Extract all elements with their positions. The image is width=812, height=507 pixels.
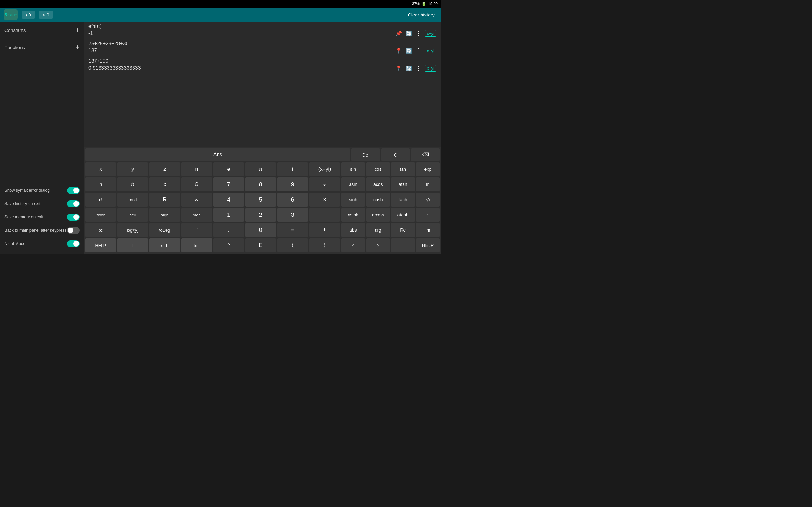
- key-button[interactable]: ÷: [309, 177, 340, 191]
- add-function-button[interactable]: +: [75, 44, 80, 51]
- key-button[interactable]: arg: [366, 223, 390, 237]
- key-button[interactable]: °: [182, 223, 212, 237]
- reuse-button[interactable]: 🔄: [405, 65, 413, 72]
- key-button[interactable]: triΓ: [182, 238, 212, 252]
- key-button[interactable]: ln: [416, 177, 440, 191]
- setting-toggle[interactable]: [67, 200, 80, 207]
- key-button[interactable]: ): [309, 238, 340, 252]
- reuse-button[interactable]: 🔄: [405, 30, 413, 37]
- add-constant-button[interactable]: +: [75, 26, 80, 34]
- c-button[interactable]: C: [381, 148, 410, 161]
- key-button[interactable]: exp: [416, 162, 440, 176]
- key-button[interactable]: 3: [277, 208, 308, 222]
- key-button[interactable]: HELP: [85, 238, 116, 252]
- key-button[interactable]: c: [149, 177, 180, 191]
- key-button[interactable]: e: [213, 162, 244, 176]
- input-area[interactable]: [84, 135, 441, 147]
- key-button[interactable]: tanh: [391, 193, 415, 207]
- key-button[interactable]: Im: [416, 223, 440, 237]
- key-button[interactable]: .: [213, 223, 244, 237]
- reuse-button[interactable]: 🔄: [405, 47, 413, 55]
- key-button[interactable]: ×: [309, 193, 340, 207]
- pin-button[interactable]: 📍: [395, 65, 403, 72]
- key-button[interactable]: i: [277, 162, 308, 176]
- key-button[interactable]: E: [245, 238, 276, 252]
- key-button[interactable]: +: [309, 223, 340, 237]
- toolbar-btn2[interactable]: > 0: [39, 11, 53, 19]
- key-button[interactable]: 2: [245, 208, 276, 222]
- key-button[interactable]: floor: [85, 208, 116, 222]
- key-button[interactable]: sinh: [341, 193, 365, 207]
- key-button[interactable]: abs: [341, 223, 365, 237]
- key-button[interactable]: n√x: [416, 193, 440, 207]
- key-button[interactable]: <: [341, 238, 365, 252]
- pin-button[interactable]: 📌: [395, 30, 403, 37]
- key-button[interactable]: 6: [277, 193, 308, 207]
- app-logo: 5+ e·π: [4, 9, 18, 20]
- key-button[interactable]: sign: [149, 208, 180, 222]
- key-button[interactable]: HELP: [416, 238, 440, 252]
- key-button[interactable]: 1: [213, 208, 244, 222]
- key-button[interactable]: z: [149, 162, 180, 176]
- key-button[interactable]: Γ: [117, 238, 148, 252]
- key-button[interactable]: dirΓ: [149, 238, 180, 252]
- complex-btn[interactable]: x+yi: [425, 48, 437, 54]
- key-button[interactable]: toDeg: [149, 223, 180, 237]
- key-button[interactable]: G: [182, 177, 212, 191]
- pin-button[interactable]: 📍: [395, 47, 403, 55]
- key-button[interactable]: mod: [182, 208, 212, 222]
- key-button[interactable]: x: [85, 162, 116, 176]
- key-button[interactable]: ∞: [182, 193, 212, 207]
- key-button[interactable]: atan: [391, 177, 415, 191]
- key-button[interactable]: Re: [391, 223, 415, 237]
- key-button[interactable]: acos: [366, 177, 390, 191]
- del-button[interactable]: Del: [351, 148, 380, 161]
- key-button[interactable]: π: [245, 162, 276, 176]
- key-button[interactable]: h: [85, 177, 116, 191]
- key-button[interactable]: bc: [85, 223, 116, 237]
- key-button[interactable]: logx(y): [117, 223, 148, 237]
- key-button[interactable]: ceil: [117, 208, 148, 222]
- more-button[interactable]: ⋮: [415, 64, 422, 72]
- key-button[interactable]: 4: [213, 193, 244, 207]
- key-button[interactable]: *: [416, 208, 440, 222]
- key-button[interactable]: asin: [341, 177, 365, 191]
- key-button[interactable]: 7: [213, 177, 244, 191]
- key-button[interactable]: sin: [341, 162, 365, 176]
- key-button[interactable]: rand: [117, 193, 148, 207]
- key-button[interactable]: R: [149, 193, 180, 207]
- complex-btn[interactable]: x+yi: [425, 30, 437, 37]
- key-button[interactable]: n!: [85, 193, 116, 207]
- setting-toggle[interactable]: [67, 227, 80, 234]
- key-button[interactable]: tan: [391, 162, 415, 176]
- setting-toggle[interactable]: [67, 240, 80, 247]
- toolbar-btn1[interactable]: ) 0: [21, 11, 35, 19]
- setting-toggle[interactable]: [67, 214, 80, 221]
- key-button[interactable]: 5: [245, 193, 276, 207]
- key-button[interactable]: n: [182, 162, 212, 176]
- key-button[interactable]: cos: [366, 162, 390, 176]
- key-button[interactable]: (: [277, 238, 308, 252]
- key-button[interactable]: 8: [245, 177, 276, 191]
- key-button[interactable]: ℏ: [117, 177, 148, 191]
- complex-btn[interactable]: x+yi: [425, 65, 437, 72]
- key-button[interactable]: 9: [277, 177, 308, 191]
- key-button[interactable]: -: [309, 208, 340, 222]
- more-button[interactable]: ⋮: [415, 47, 422, 55]
- key-button[interactable]: y: [117, 162, 148, 176]
- key-button[interactable]: 0: [245, 223, 276, 237]
- key-button[interactable]: acosh: [366, 208, 390, 222]
- key-button[interactable]: atanh: [391, 208, 415, 222]
- key-button[interactable]: ,: [391, 238, 415, 252]
- backspace-button[interactable]: ⌫: [411, 148, 440, 161]
- clear-history-button[interactable]: Clear history: [405, 11, 437, 19]
- key-button[interactable]: asinh: [341, 208, 365, 222]
- setting-toggle[interactable]: [67, 187, 80, 194]
- key-button[interactable]: ^: [213, 238, 244, 252]
- key-button[interactable]: >: [366, 238, 390, 252]
- more-button[interactable]: ⋮: [415, 29, 422, 38]
- key-button[interactable]: =: [277, 223, 308, 237]
- key-button[interactable]: (x+yi): [309, 162, 340, 176]
- ans-button[interactable]: Ans: [85, 148, 350, 161]
- key-button[interactable]: cosh: [366, 193, 390, 207]
